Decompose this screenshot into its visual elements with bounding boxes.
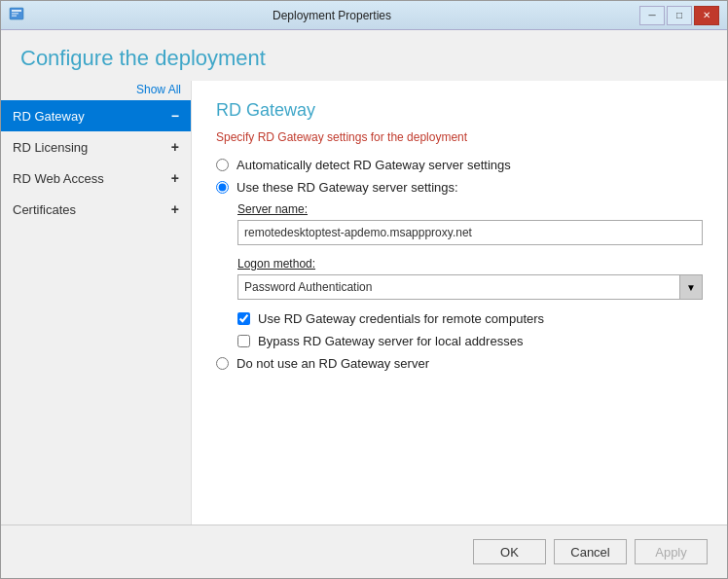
main-content: RD Gateway Specify RD Gateway settings f… bbox=[191, 81, 727, 525]
use-credentials-option[interactable]: Use RD Gateway credentials for remote co… bbox=[237, 311, 703, 326]
use-credentials-label: Use RD Gateway credentials for remote co… bbox=[258, 311, 544, 326]
sidebar-item-rd-gateway-label: RD Gateway bbox=[13, 109, 85, 124]
use-credentials-checkbox[interactable] bbox=[237, 312, 250, 325]
server-name-input[interactable] bbox=[237, 220, 703, 245]
svg-rect-3 bbox=[12, 16, 17, 18]
use-these-label: Use these RD Gateway server settings: bbox=[237, 180, 458, 195]
maximize-button[interactable]: □ bbox=[667, 6, 692, 25]
footer: OK Cancel Apply bbox=[1, 525, 727, 578]
sidebar-item-certificates-label: Certificates bbox=[13, 202, 76, 217]
show-all-link[interactable]: Show All bbox=[1, 81, 191, 100]
auto-detect-label: Automatically detect RD Gateway server s… bbox=[237, 158, 511, 172]
page-title: Configure the deployment bbox=[20, 46, 708, 71]
use-these-radio[interactable] bbox=[216, 181, 229, 194]
do-not-use-radio[interactable] bbox=[216, 357, 229, 370]
use-these-option[interactable]: Use these RD Gateway server settings: bbox=[216, 180, 703, 195]
bypass-option[interactable]: Bypass RD Gateway server for local addre… bbox=[237, 334, 703, 348]
window: Deployment Properties ─ □ ✕ Configure th… bbox=[0, 0, 728, 579]
minimize-button[interactable]: ─ bbox=[639, 6, 665, 25]
bypass-label: Bypass RD Gateway server for local addre… bbox=[258, 334, 523, 348]
close-button[interactable]: ✕ bbox=[694, 6, 719, 25]
auto-detect-option[interactable]: Automatically detect RD Gateway server s… bbox=[216, 158, 703, 172]
auto-detect-radio[interactable] bbox=[216, 159, 229, 171]
sidebar-item-rd-gateway[interactable]: RD Gateway − bbox=[1, 100, 191, 131]
titlebar-controls: ─ □ ✕ bbox=[639, 6, 719, 25]
section-title: RD Gateway bbox=[216, 100, 703, 121]
svg-rect-1 bbox=[12, 10, 21, 12]
sidebar-item-rd-licensing[interactable]: RD Licensing + bbox=[1, 131, 191, 163]
titlebar-icon bbox=[9, 6, 24, 24]
content-area: Show All RD Gateway − RD Licensing + RD … bbox=[1, 81, 727, 525]
sidebar-item-rd-gateway-icon: − bbox=[171, 108, 179, 124]
window-body: Configure the deployment Show All RD Gat… bbox=[1, 30, 727, 578]
titlebar: Deployment Properties ─ □ ✕ bbox=[1, 1, 727, 30]
sidebar-item-rd-web-access[interactable]: RD Web Access + bbox=[1, 163, 191, 194]
sidebar-item-rd-licensing-label: RD Licensing bbox=[13, 140, 88, 155]
bypass-checkbox[interactable] bbox=[237, 335, 250, 347]
sidebar: Show All RD Gateway − RD Licensing + RD … bbox=[1, 81, 191, 525]
sidebar-item-rd-web-access-label: RD Web Access bbox=[13, 171, 104, 186]
section-subtitle: Specify RD Gateway settings for the depl… bbox=[216, 130, 703, 144]
server-name-label: Server name: bbox=[237, 202, 703, 216]
sidebar-item-certificates-icon: + bbox=[171, 201, 179, 217]
apply-button[interactable]: Apply bbox=[635, 539, 708, 564]
logon-method-label: Logon method: bbox=[237, 257, 703, 271]
sidebar-item-rd-licensing-icon: + bbox=[171, 139, 179, 155]
logon-method-select[interactable]: Password Authentication Smart Card Allow… bbox=[237, 274, 703, 300]
cancel-button[interactable]: Cancel bbox=[554, 539, 627, 564]
sidebar-item-rd-web-access-icon: + bbox=[171, 170, 179, 186]
logon-method-wrapper: Password Authentication Smart Card Allow… bbox=[237, 274, 703, 300]
do-not-use-option[interactable]: Do not use an RD Gateway server bbox=[216, 356, 703, 371]
titlebar-title: Deployment Properties bbox=[24, 9, 639, 22]
sidebar-item-certificates[interactable]: Certificates + bbox=[1, 194, 191, 225]
ok-button[interactable]: OK bbox=[473, 539, 546, 564]
do-not-use-label: Do not use an RD Gateway server bbox=[237, 356, 429, 371]
indented-settings: Server name: Logon method: Password Auth… bbox=[237, 202, 703, 348]
svg-rect-2 bbox=[12, 13, 18, 15]
header-area: Configure the deployment bbox=[1, 30, 727, 81]
